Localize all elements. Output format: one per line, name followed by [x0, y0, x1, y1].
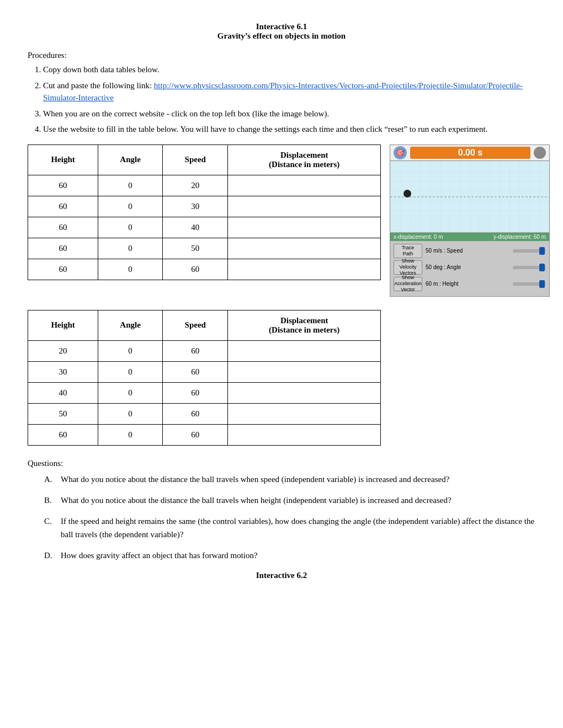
- table1-cell-3-1: 0: [98, 238, 163, 259]
- table2: Height Angle Speed Displacement(Distance…: [28, 310, 381, 446]
- sim-btn-1[interactable]: ShowVelocity Vectors: [394, 260, 422, 275]
- table2-row-3: 50060: [28, 403, 381, 424]
- sim-ctrl-label-0: 50 m/s : Speed: [426, 248, 511, 254]
- table2-row-1: 30060: [28, 361, 381, 382]
- table1-cell-0-1: 0: [98, 175, 163, 196]
- sim-control-row-2: ShowAcceleration Vector60 m : Height: [394, 277, 546, 291]
- table2-section: Height Angle Speed Displacement(Distance…: [28, 310, 535, 446]
- table2-row-0: 20060: [28, 340, 381, 361]
- question-letter-3: D.: [44, 549, 55, 562]
- step-4: Use the website to fill in the table bel…: [43, 123, 535, 136]
- table1: Height Angle Speed Displacement(Distance…: [28, 144, 381, 280]
- table1-cell-1-3: [228, 196, 381, 217]
- sim-icon-left: 🎯: [394, 146, 407, 159]
- table2-cell-1-0: 30: [28, 361, 98, 382]
- table1-cell-1-0: 60: [28, 196, 98, 217]
- sim-canvas: [390, 161, 549, 233]
- table2-header-height: Height: [28, 310, 98, 340]
- questions-label: Questions:: [28, 459, 535, 468]
- table2-cell-3-1: 0: [98, 403, 163, 424]
- simulator-widget: 🎯 0.00 s x-displacement: 0 m y-displacem…: [390, 144, 550, 297]
- table2-cell-1-3: [228, 361, 381, 382]
- table2-cell-3-0: 50: [28, 403, 98, 424]
- table1-cell-0-0: 60: [28, 175, 98, 196]
- table1-cell-4-2: 60: [163, 259, 228, 280]
- title-line1: Interactive 6.1: [28, 22, 535, 31]
- table1-row-0: 60020: [28, 175, 381, 196]
- question-text-1: What do you notice about the distance th…: [61, 494, 452, 507]
- table1-container: Height Angle Speed Displacement(Distance…: [28, 144, 381, 280]
- sim-btn-2[interactable]: ShowAcceleration Vector: [394, 277, 422, 291]
- page-title: Interactive 6.1 Gravity’s effect on obje…: [28, 22, 535, 41]
- table2-cell-2-1: 0: [98, 382, 163, 403]
- sim-slider-thumb-2: [539, 280, 545, 288]
- table2-cell-1-1: 0: [98, 361, 163, 382]
- table1-cell-2-3: [228, 217, 381, 238]
- table1-cell-3-0: 60: [28, 238, 98, 259]
- sim-displacement-bar: x-displacement: 0 m y-displacement: 60 m: [390, 233, 549, 241]
- question-text-2: If the speed and height remains the same…: [61, 515, 535, 541]
- steps-list: Copy down both data tables below. Cut an…: [43, 63, 535, 136]
- table1-row-3: 60050: [28, 238, 381, 259]
- table1-header-displacement: Displacement(Distance in meters): [228, 144, 381, 175]
- sim-control-row-1: ShowVelocity Vectors50 deg : Angle: [394, 260, 546, 275]
- table2-header-angle: Angle: [98, 310, 163, 340]
- procedures-section: Procedures: Copy down both data tables b…: [28, 51, 535, 136]
- sim-header: 🎯 0.00 s: [390, 145, 549, 161]
- sim-icon-right: [534, 147, 546, 159]
- table2-cell-2-3: [228, 382, 381, 403]
- step-3: When you are on the correct website - cl…: [43, 108, 535, 120]
- table1-row-1: 60030: [28, 196, 381, 217]
- footer-title: Interactive 6.2: [28, 571, 535, 580]
- sim-ball: [403, 190, 411, 197]
- y-displacement: y-displacement: 60 m: [493, 234, 546, 240]
- sim-slider-1[interactable]: [513, 266, 546, 269]
- sim-timer: 0.00 s: [410, 147, 530, 159]
- table1-cell-4-0: 60: [28, 259, 98, 280]
- question-text-3: How does gravity affect an object that h…: [61, 549, 258, 562]
- table1-cell-2-1: 0: [98, 217, 163, 238]
- table1-cell-0-2: 20: [163, 175, 228, 196]
- question-letter-1: B.: [44, 494, 55, 507]
- table2-row-4: 60060: [28, 424, 381, 445]
- table2-cell-2-0: 40: [28, 382, 98, 403]
- table1-row-4: 60060: [28, 259, 381, 280]
- sim-control-row-0: TracePath50 m/s : Speed: [394, 244, 546, 258]
- sim-slider-0[interactable]: [513, 249, 546, 253]
- step-1: Copy down both data tables below.: [43, 63, 535, 76]
- question-letter-2: C.: [44, 515, 55, 541]
- sim-grid-svg: [390, 161, 549, 232]
- table2-cell-2-2: 60: [163, 382, 228, 403]
- title-line2: Gravity’s effect on objects in motion: [28, 31, 535, 41]
- table2-cell-0-3: [228, 340, 381, 361]
- sim-slider-2[interactable]: [513, 282, 546, 286]
- table1-section: Height Angle Speed Displacement(Distance…: [28, 144, 535, 297]
- table1-header-angle: Angle: [98, 144, 163, 175]
- table2-cell-4-1: 0: [98, 424, 163, 445]
- question-3: D.How does gravity affect an object that…: [44, 549, 535, 562]
- table2-header-displacement: Displacement(Distance in meters): [228, 310, 381, 340]
- table2-header-speed: Speed: [163, 310, 228, 340]
- sim-link[interactable]: http://www.physicsclassroom.com/Physics-…: [43, 81, 523, 103]
- table2-cell-4-0: 60: [28, 424, 98, 445]
- sim-controls: TracePath50 m/s : SpeedShowVelocity Vect…: [390, 241, 549, 296]
- question-1: B.What do you notice about the distance …: [44, 494, 535, 507]
- questions-section: Questions: A.What do you notice about th…: [28, 459, 535, 562]
- x-displacement: x-displacement: 0 m: [394, 234, 443, 240]
- table1-cell-3-2: 50: [163, 238, 228, 259]
- question-0: A.What do you notice about the distance …: [44, 473, 535, 486]
- question-2: C.If the speed and height remains the sa…: [44, 515, 535, 541]
- table2-cell-1-2: 60: [163, 361, 228, 382]
- table1-cell-0-3: [228, 175, 381, 196]
- table2-cell-0-0: 20: [28, 340, 98, 361]
- table2-cell-4-2: 60: [163, 424, 228, 445]
- question-letter-0: A.: [44, 473, 55, 486]
- question-text-0: What do you notice about the distance th…: [61, 473, 449, 486]
- table2-cell-3-2: 60: [163, 403, 228, 424]
- sim-slider-thumb-1: [539, 264, 545, 271]
- sim-slider-thumb-0: [539, 247, 545, 255]
- table1-header-speed: Speed: [163, 144, 228, 175]
- sim-btn-0[interactable]: TracePath: [394, 244, 422, 258]
- table1-row-2: 60040: [28, 217, 381, 238]
- table1-cell-2-0: 60: [28, 217, 98, 238]
